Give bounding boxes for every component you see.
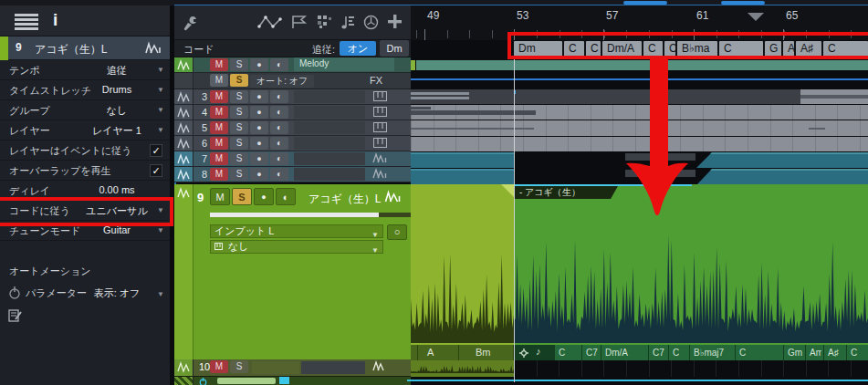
solo-button[interactable]: S — [230, 360, 248, 373]
chord-cell[interactable]: A — [418, 345, 459, 360]
record-arm-button[interactable]: ● — [250, 121, 268, 134]
track-row-melody[interactable]: M S ● ◐ Melody — [174, 57, 411, 73]
clip-fragment[interactable] — [411, 60, 415, 70]
marker-flag-icon[interactable] — [291, 15, 307, 29]
inspector-row-value[interactable]: レイヤー 1 — [80, 124, 153, 138]
monitor-button[interactable]: ◐ — [270, 90, 288, 103]
input-select[interactable]: インプット L ▼ — [210, 224, 383, 238]
solo-button[interactable]: S — [230, 58, 248, 71]
chevron-down-icon[interactable]: ▼ — [157, 106, 164, 114]
monitor-button[interactable]: ◐ — [270, 121, 288, 134]
mute-button[interactable]: M — [210, 360, 228, 373]
track-row-10[interactable]: 10 M S — [174, 359, 411, 377]
menu-icon[interactable] — [15, 14, 38, 28]
automation-curve-icon[interactable] — [258, 15, 282, 29]
checkbox[interactable]: ✓ — [150, 164, 162, 177]
timeline-marker-icon[interactable] — [748, 13, 764, 21]
automation-mode-button[interactable]: オート: オフ — [250, 75, 314, 88]
monitor-button[interactable]: ◐ — [270, 106, 288, 119]
inspector-row-value[interactable]: 0.00 ms — [80, 184, 153, 195]
monitor-button[interactable]: ◐ — [270, 58, 288, 71]
mute-button[interactable]: M — [210, 90, 228, 103]
power-icon[interactable] — [8, 286, 21, 299]
track-row[interactable]: 3 M S ● ◐ — [174, 89, 411, 105]
power-icon[interactable] — [199, 378, 207, 385]
mute-button[interactable]: M — [210, 188, 230, 205]
add-track-icon[interactable] — [387, 14, 403, 29]
record-arm-button[interactable]: ● — [250, 137, 268, 150]
audio-clip-small[interactable] — [411, 360, 514, 377]
chord-cell[interactable]: Gm — [783, 345, 803, 360]
info-icon[interactable]: i — [53, 10, 58, 30]
chevron-down-icon[interactable]: ▼ — [157, 66, 164, 74]
solo-button-active[interactable]: S — [230, 74, 248, 87]
inspector-track-header[interactable]: 9 アコギ（生）L — [0, 36, 170, 60]
volume-slider[interactable] — [210, 213, 420, 217]
inspector-row-value[interactable]: なし — [80, 104, 153, 118]
audio-clip[interactable] — [696, 152, 868, 168]
follow-on-button[interactable]: オン — [340, 41, 376, 56]
monitor-button[interactable]: ◐ — [270, 137, 288, 150]
mute-button[interactable]: M — [210, 58, 228, 71]
mute-button[interactable]: M — [210, 106, 228, 119]
empty-lane[interactable] — [514, 360, 868, 377]
monitor-button[interactable]: ◐ — [276, 188, 296, 205]
record-circle-button[interactable]: ○ — [387, 224, 407, 240]
chord-cell[interactable]: Dm/A — [601, 345, 646, 360]
record-arm-button[interactable]: ● — [254, 188, 274, 205]
chord-cell[interactable]: C — [554, 345, 580, 360]
solo-button[interactable]: S — [230, 168, 248, 181]
chord-cell[interactable]: C7 — [581, 345, 599, 360]
solo-button[interactable]: S — [230, 90, 248, 103]
mute-button[interactable]: M — [210, 137, 228, 150]
chord-strip-tab[interactable]: ♪ — [514, 345, 554, 360]
chord-cell[interactable]: Bm — [466, 345, 514, 360]
track-row[interactable]: 6 M S ● ◐ — [174, 136, 411, 151]
checkbox[interactable]: ✓ — [150, 144, 162, 157]
parameter-value[interactable]: 表示: オフ — [80, 286, 153, 300]
tempo-clock-icon[interactable] — [363, 15, 379, 30]
solo-button[interactable]: S — [230, 121, 248, 134]
notes-edit-icon[interactable] — [8, 308, 22, 322]
audio-clip-left[interactable] — [411, 184, 514, 345]
solo-button[interactable]: S — [230, 152, 248, 165]
solo-button[interactable]: S — [230, 137, 248, 150]
chevron-down-icon[interactable]: ▼ — [371, 245, 379, 256]
chevron-down-icon[interactable]: ▼ — [157, 226, 164, 234]
monitor-button[interactable]: ◐ — [270, 168, 288, 181]
chord-cell[interactable]: C7 — [648, 345, 666, 360]
solo-button-active[interactable]: S — [232, 188, 252, 205]
chord-cell[interactable]: B♭maj7 — [689, 345, 733, 360]
track-row-fx[interactable]: M S オート: オフ FX — [174, 73, 411, 89]
track-row[interactable]: 5 M S ● ◐ — [174, 120, 411, 136]
track-row-partial[interactable] — [174, 377, 411, 385]
record-arm-button[interactable]: ● — [250, 58, 268, 71]
inspector-row-value[interactable]: 追従 — [80, 64, 153, 78]
inspector-row-value[interactable]: Drums — [80, 84, 153, 95]
midi-clip[interactable] — [411, 89, 800, 104]
track-row-9-selected[interactable]: 9 M S ● ◐ アコギ（生）L インプット L ▼ ○ なし ▼ — [174, 184, 411, 359]
playhead-cursor[interactable] — [514, 57, 515, 382]
chevron-down-icon[interactable]: ▼ — [157, 290, 164, 298]
chord-cell[interactable]: C — [668, 345, 687, 360]
current-chord-display[interactable]: Dm — [380, 40, 409, 57]
chord-cell[interactable]: C — [846, 345, 866, 360]
audio-clip[interactable] — [411, 169, 514, 184]
track-row[interactable]: 4 M S ● ◐ — [174, 105, 411, 120]
track-row[interactable]: 8 M S ● ◐ — [174, 167, 411, 182]
mute-button[interactable]: M — [210, 121, 228, 134]
chevron-down-icon[interactable]: ▼ — [157, 126, 164, 134]
grid-quantize-icon[interactable] — [317, 15, 332, 29]
track-row[interactable]: 7 M S ● ◐ — [174, 151, 411, 167]
chord-cell[interactable]: A♯ — [823, 345, 844, 360]
note-quantize-icon[interactable] — [340, 15, 356, 30]
mute-button[interactable]: M — [210, 168, 228, 181]
midi-clip[interactable] — [800, 89, 868, 104]
record-arm-button[interactable]: ● — [250, 106, 268, 119]
audio-clip[interactable] — [696, 169, 868, 185]
chevron-down-icon[interactable]: ▼ — [157, 86, 164, 94]
chord-cell[interactable]: C — [735, 345, 781, 360]
record-arm-button[interactable]: ● — [250, 168, 268, 181]
mute-button[interactable]: M — [210, 152, 228, 165]
wrench-icon[interactable] — [183, 15, 199, 31]
